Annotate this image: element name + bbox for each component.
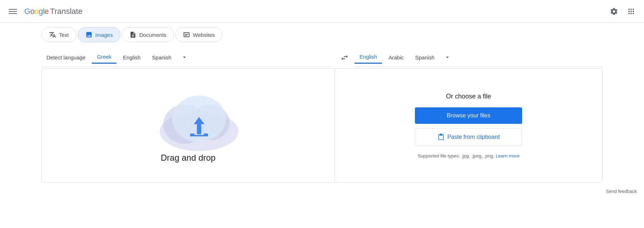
svg-rect-16	[197, 124, 201, 134]
browse-files-button[interactable]: Browse your files	[415, 107, 522, 124]
tab-bar: Text Images Documents Websites	[0, 23, 644, 47]
lang-spanish-source[interactable]: Spanish	[147, 52, 176, 63]
supported-types: Supported file types: .jpg, .jpeg, .png.…	[418, 153, 520, 159]
send-feedback-link[interactable]: Send feedback	[606, 189, 637, 194]
svg-rect-1	[9, 11, 17, 12]
paste-label: Paste from clipboard	[447, 134, 500, 140]
tab-text[interactable]: Text	[41, 27, 76, 42]
footer: Send feedback	[0, 186, 644, 197]
svg-point-3	[628, 9, 630, 10]
upload-panel: Drag and drop	[42, 69, 335, 183]
tab-text-label: Text	[59, 32, 69, 38]
apps-button[interactable]	[624, 4, 638, 19]
lang-english-source[interactable]: English	[118, 52, 145, 63]
header-right	[607, 4, 638, 19]
tab-websites[interactable]: Websites	[175, 27, 222, 42]
tab-images-label: Images	[95, 32, 113, 38]
translate-wordmark: Translate	[50, 7, 83, 16]
more-target-langs-button[interactable]	[441, 52, 454, 63]
settings-button[interactable]	[607, 4, 621, 19]
lang-detect[interactable]: Detect language	[41, 52, 90, 63]
svg-point-11	[633, 13, 634, 14]
target-language-panel: English Arabic Spanish	[355, 48, 603, 67]
svg-rect-0	[9, 9, 17, 10]
svg-rect-19	[190, 134, 194, 136]
or-choose-label: Or choose a file	[446, 93, 491, 100]
menu-button[interactable]	[6, 4, 20, 19]
lang-spanish-target[interactable]: Spanish	[410, 52, 440, 63]
svg-point-6	[628, 11, 630, 12]
tab-websites-label: Websites	[193, 32, 215, 38]
paste-clipboard-button[interactable]: Paste from clipboard	[415, 128, 522, 146]
app-header: Google Translate	[0, 0, 644, 23]
translation-area: Drag and drop Or choose a file Browse yo…	[41, 68, 603, 183]
tab-documents-label: Documents	[139, 32, 167, 38]
svg-point-8	[633, 11, 634, 12]
svg-rect-2	[9, 13, 17, 14]
language-row: Detect language Greek English Spanish En…	[41, 47, 603, 68]
google-wordmark: Google	[24, 7, 49, 16]
svg-rect-20	[204, 134, 208, 136]
svg-point-9	[628, 13, 630, 14]
more-source-langs-button[interactable]	[178, 52, 191, 63]
swap-languages-button[interactable]	[337, 50, 352, 65]
learn-more-link[interactable]: Learn more	[496, 153, 519, 159]
supported-types-text: Supported file types: .jpg, .jpeg, .png.	[418, 153, 495, 159]
header-left: Google Translate	[6, 4, 83, 19]
drag-drop-label: Drag and drop	[161, 153, 216, 163]
svg-point-5	[633, 9, 634, 10]
tab-images[interactable]: Images	[78, 27, 120, 42]
tab-documents[interactable]: Documents	[122, 27, 174, 42]
lang-arabic-target[interactable]: Arabic	[383, 52, 409, 63]
google-translate-logo: Google Translate	[24, 7, 83, 16]
svg-point-10	[630, 13, 632, 14]
svg-point-7	[630, 11, 632, 12]
file-choose-panel: Or choose a file Browse your files Paste…	[335, 69, 602, 183]
main-content: Detect language Greek English Spanish En…	[0, 47, 644, 183]
svg-point-4	[630, 9, 632, 10]
upload-cloud-icon	[149, 88, 228, 146]
lang-greek[interactable]: Greek	[92, 51, 117, 64]
lang-english-target[interactable]: English	[355, 51, 382, 64]
source-language-panel: Detect language Greek English Spanish	[41, 48, 335, 67]
